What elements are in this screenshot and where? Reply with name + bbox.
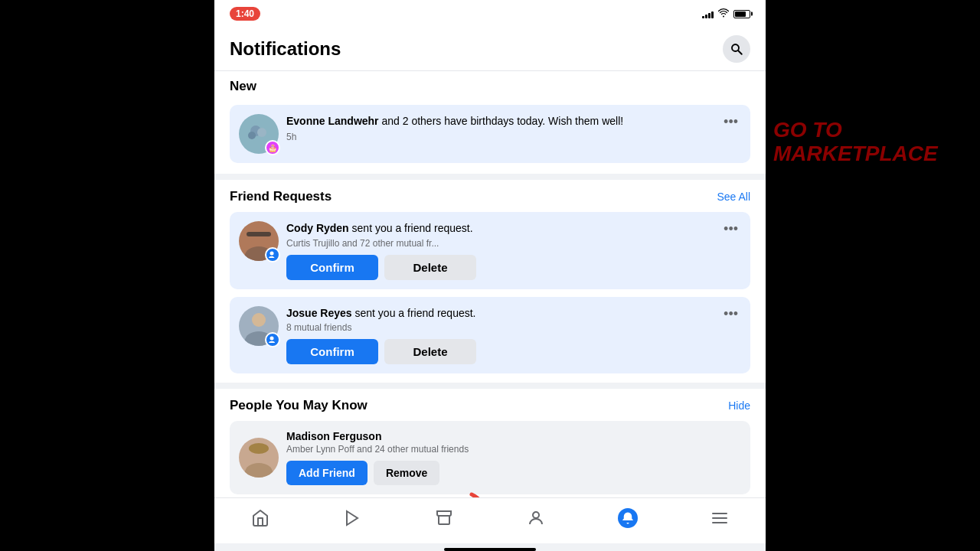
svg-point-21: [533, 512, 539, 518]
notifications-header: Notifications: [214, 28, 766, 71]
pymk-hide-link[interactable]: Hide: [728, 399, 750, 412]
friend-requests-see-all[interactable]: See All: [717, 191, 750, 203]
cody-avatar-wrap: [239, 221, 279, 261]
josue-more-button[interactable]: •••: [720, 306, 741, 322]
people-you-may-know-section: People You May Know Hide Madison Ferguso: [214, 389, 766, 497]
pymk-madison: Madison Ferguson Amber Lynn Poff and 24 …: [230, 421, 750, 494]
svg-rect-7: [247, 232, 271, 236]
josue-action-buttons: Confirm Delete: [286, 339, 713, 364]
svg-point-14: [270, 336, 274, 340]
home-bar: [444, 548, 536, 551]
bottom-navigation: [214, 497, 766, 543]
cody-name: Cody Ryden: [286, 222, 349, 234]
goto-marketplace-overlay: GO TO MARKETPLACE: [773, 119, 938, 166]
madison-add-friend-button[interactable]: Add Friend: [286, 461, 368, 485]
josue-delete-button[interactable]: Delete: [384, 339, 476, 364]
profile-icon: [526, 508, 546, 528]
svg-marker-19: [347, 511, 358, 525]
nav-marketplace[interactable]: [422, 505, 466, 531]
madison-body: Madison Ferguson Amber Lynn Poff and 24 …: [286, 430, 741, 485]
home-icon: [250, 508, 270, 528]
pymk-header: People You May Know Hide: [230, 398, 750, 413]
madison-name: Madison Ferguson: [286, 430, 741, 442]
status-bar: 1:40: [214, 0, 766, 28]
nav-watch[interactable]: [330, 505, 374, 531]
cody-friend-badge-icon: [265, 247, 280, 262]
birthday-notif-body: Evonne Landwehr and 2 others have birthd…: [286, 114, 713, 142]
status-icons: [702, 8, 750, 20]
birthday-notif-text: Evonne Landwehr and 2 others have birthd…: [286, 114, 713, 129]
svg-point-4: [248, 132, 256, 139]
cody-request-text: sent you a friend request.: [352, 222, 473, 234]
birthday-notif-time: 5h: [286, 132, 713, 142]
madison-avatar: [239, 438, 279, 478]
friend-requests-section: Friend Requests See All: [214, 180, 766, 383]
friend-request-josue: Josue Reyes sent you a friend request. 8…: [230, 297, 750, 374]
svg-line-1: [738, 51, 742, 54]
friend-request-cody: Cody Ryden sent you a friend request. Cu…: [230, 212, 750, 289]
wifi-icon: [718, 8, 729, 20]
nav-profile[interactable]: [514, 505, 558, 531]
birthday-person-name: Evonne Landwehr: [286, 115, 379, 127]
search-icon: [730, 42, 743, 56]
svg-point-3: [257, 128, 266, 137]
bell-icon: [618, 508, 638, 528]
birthday-avatar-wrap: 🎂: [239, 114, 279, 154]
svg-rect-20: [439, 516, 449, 524]
watch-icon: [342, 508, 362, 528]
page-title: Notifications: [230, 38, 341, 60]
nav-notifications[interactable]: [606, 505, 650, 531]
cody-notif-text: Cody Ryden sent you a friend request.: [286, 221, 713, 236]
madison-remove-button[interactable]: Remove: [374, 461, 439, 485]
battery-icon: [733, 10, 750, 18]
svg-point-8: [270, 252, 274, 256]
phone-screen: 1:40 Notificati: [214, 0, 766, 551]
black-panel-right: GO TO MARKETPLACE: [766, 0, 980, 551]
cody-mutual-friends: Curtis Trujillo and 72 other mutual fr..…: [286, 238, 455, 249]
new-section: New: [214, 71, 766, 105]
signal-bar-1: [702, 16, 704, 18]
josue-request-text: sent you a friend request.: [355, 307, 476, 319]
madison-action-buttons: Add Friend Remove: [286, 461, 741, 485]
madison-photo-icon: [239, 438, 279, 478]
josue-avatar-wrap: [239, 306, 279, 346]
nav-home[interactable]: [238, 505, 283, 531]
svg-point-16: [245, 463, 273, 478]
madison-avatar-wrap: [239, 438, 279, 478]
cody-action-buttons: Confirm Delete: [286, 255, 713, 280]
cody-more-button[interactable]: •••: [720, 221, 741, 237]
josue-name: Josue Reyes: [286, 307, 352, 319]
josue-notif-body: Josue Reyes sent you a friend request. 8…: [286, 306, 713, 365]
nav-menu[interactable]: [697, 505, 742, 531]
friend-requests-title: Friend Requests: [230, 189, 332, 204]
black-panel-left: [0, 0, 214, 551]
josue-mutual-friends: 8 mutual friends: [286, 322, 455, 333]
signal-bars-icon: [702, 9, 714, 18]
cody-delete-button[interactable]: Delete: [384, 255, 476, 280]
birthday-more-button[interactable]: •••: [720, 114, 741, 130]
cody-confirm-button[interactable]: Confirm: [286, 255, 378, 280]
svg-point-13: [252, 313, 266, 327]
svg-point-17: [249, 443, 269, 454]
status-time: 1:40: [230, 7, 260, 21]
birthday-notification-container: 🎂 Evonne Landwehr and 2 others have birt…: [214, 105, 766, 174]
birthday-notif-suffix: and 2 others have birthdays today. Wish …: [379, 115, 624, 127]
signal-bar-2: [705, 15, 707, 18]
signal-bar-4: [711, 11, 714, 18]
josue-friend-badge-icon: [265, 332, 280, 347]
signal-bar-3: [708, 13, 710, 18]
pymk-title: People You May Know: [230, 398, 368, 413]
search-button[interactable]: [723, 35, 750, 63]
content-area: Notifications New: [214, 28, 766, 497]
add-friend-badge-icon: [269, 251, 276, 259]
menu-icon: [710, 508, 730, 528]
battery-fill: [735, 11, 746, 17]
friend-requests-header: Friend Requests See All: [230, 189, 750, 204]
new-section-title: New: [230, 79, 256, 94]
madison-mutual: Amber Lynn Poff and 24 other mutual frie…: [286, 444, 741, 455]
josue-confirm-button[interactable]: Confirm: [286, 339, 378, 364]
josue-add-friend-badge-icon: [269, 336, 276, 344]
new-section-header: New: [230, 79, 750, 94]
cody-notif-body: Cody Ryden sent you a friend request. Cu…: [286, 221, 713, 280]
birthday-badge-icon: 🎂: [265, 140, 280, 155]
